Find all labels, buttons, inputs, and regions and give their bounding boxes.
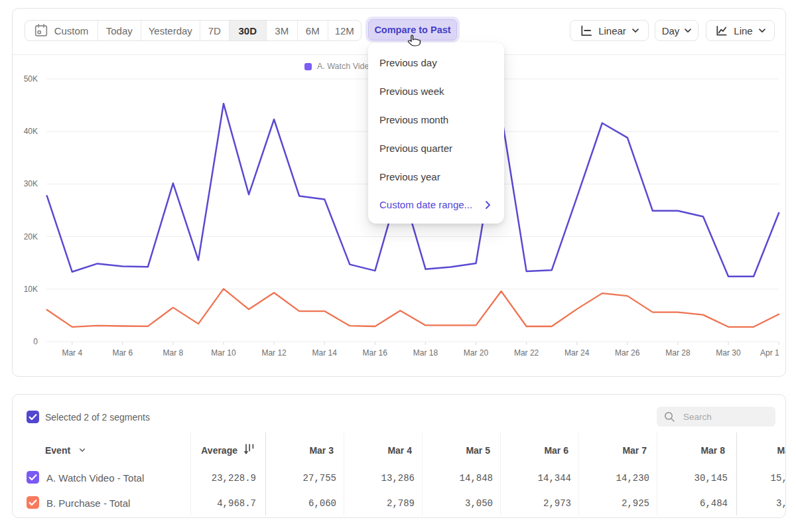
- svg-text:Apr 1: Apr 1: [760, 348, 779, 358]
- svg-text:Mar 22: Mar 22: [514, 348, 539, 358]
- svg-text:Mar 18: Mar 18: [413, 348, 438, 358]
- svg-text:Mar 4: Mar 4: [62, 348, 82, 358]
- svg-text:50K: 50K: [24, 74, 38, 84]
- svg-text:Mar 24: Mar 24: [564, 348, 590, 358]
- svg-text:Mar 14: Mar 14: [312, 348, 338, 358]
- svg-text:40K: 40K: [24, 127, 38, 136]
- svg-text:Mar 20: Mar 20: [464, 348, 489, 358]
- svg-text:30K: 30K: [24, 179, 38, 188]
- svg-text:Mar 26: Mar 26: [615, 348, 640, 358]
- svg-text:Mar 6: Mar 6: [112, 348, 133, 358]
- svg-text:20K: 20K: [24, 232, 38, 241]
- svg-text:Mar 12: Mar 12: [261, 348, 287, 358]
- svg-text:0: 0: [33, 337, 38, 346]
- svg-text:Mar 30: Mar 30: [716, 348, 741, 358]
- svg-text:Mar 10: Mar 10: [211, 348, 236, 358]
- svg-text:Mar 16: Mar 16: [363, 348, 388, 358]
- svg-text:10K: 10K: [24, 285, 38, 294]
- svg-text:Mar 28: Mar 28: [665, 348, 691, 358]
- svg-text:Mar 8: Mar 8: [163, 348, 184, 358]
